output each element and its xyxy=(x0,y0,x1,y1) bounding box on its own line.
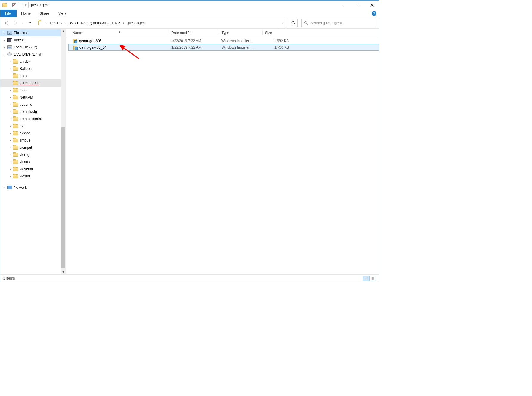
scroll-up-icon[interactable]: ▲ xyxy=(61,29,66,33)
tree-item-label: qxl xyxy=(20,124,24,128)
tree-item-i386[interactable]: ›i386 xyxy=(0,87,66,94)
expand-icon[interactable]: ⌄ xyxy=(3,53,6,56)
tree-item-qemufwcfg[interactable]: ›qemufwcfg xyxy=(0,108,66,115)
tree-item-label: Network xyxy=(14,185,27,190)
folder-icon xyxy=(13,138,18,143)
tree-item-local-disk-c-[interactable]: ›Local Disk (C:) xyxy=(0,44,66,51)
scroll-thumb[interactable] xyxy=(61,127,65,268)
address-bar[interactable]: › This PC › DVD Drive (E:) virtio-win-0.… xyxy=(37,19,286,27)
file-size: 1,982 KB xyxy=(262,39,291,43)
file-row[interactable]: qemu-ga-x86_641/22/2019 7:22 AMWindows I… xyxy=(68,44,379,51)
tree-item-dvd-drive-e-vi[interactable]: ⌄DVD Drive (E:) vi xyxy=(0,51,66,58)
close-button[interactable] xyxy=(365,1,379,10)
expand-icon[interactable]: › xyxy=(9,89,12,92)
tree-item-viostor[interactable]: ›viostor xyxy=(0,173,66,180)
picture-icon xyxy=(7,30,12,35)
address-dropdown-button[interactable]: ⌄ xyxy=(279,19,286,27)
qat-properties-icon[interactable] xyxy=(11,2,17,8)
tree-item-balloon[interactable]: ›Balloon xyxy=(0,65,66,72)
tree-item-qxl[interactable]: ›qxl xyxy=(0,122,66,130)
chevron-right-icon[interactable]: › xyxy=(122,21,125,24)
expand-icon[interactable]: › xyxy=(3,39,6,42)
tree-scrollbar[interactable]: ▲ ▼ xyxy=(61,29,66,274)
chevron-right-icon[interactable]: › xyxy=(45,21,47,24)
installer-icon xyxy=(73,39,77,43)
tab-share[interactable]: Share xyxy=(35,10,54,17)
expand-icon[interactable]: › xyxy=(9,168,12,171)
tree-item-vioserial[interactable]: ›vioserial xyxy=(0,165,66,173)
separator xyxy=(10,2,10,8)
tree-item-data[interactable]: data xyxy=(0,72,66,79)
expand-icon[interactable]: › xyxy=(9,160,12,164)
window-title: guest-agent xyxy=(30,3,49,7)
ribbon-collapse-icon[interactable]: ⌄ xyxy=(368,12,370,15)
navigation-bar: ⌄ › This PC › DVD Drive (E:) virtio-win-… xyxy=(0,17,379,29)
tab-view[interactable]: View xyxy=(54,10,70,17)
icons-view-button[interactable]: ▦ xyxy=(369,276,376,281)
tree-item-amd64[interactable]: ›amd64 xyxy=(0,58,66,65)
tree-item-pictures[interactable]: ›Pictures xyxy=(0,29,66,36)
chevron-right-icon[interactable]: › xyxy=(64,21,67,24)
tree-item-smbus[interactable]: ›smbus xyxy=(0,137,66,144)
file-list: Name▲ Date modified Type Size qemu-ga-i3… xyxy=(66,29,379,274)
expand-icon[interactable]: › xyxy=(9,175,12,178)
crumb-this-pc[interactable]: This PC xyxy=(48,21,63,25)
expand-icon[interactable]: › xyxy=(9,153,12,156)
tab-home[interactable]: Home xyxy=(17,10,35,17)
column-size[interactable]: Size xyxy=(262,31,291,35)
expand-icon[interactable]: › xyxy=(9,132,12,135)
expand-icon[interactable]: › xyxy=(9,146,12,149)
crumb-guest-agent[interactable]: guest-agent xyxy=(126,21,147,25)
tree-item-viorng[interactable]: ›viorng xyxy=(0,151,66,158)
tree-item-network[interactable]: ›Network xyxy=(0,184,66,191)
maximize-button[interactable] xyxy=(351,1,365,10)
column-name[interactable]: Name▲ xyxy=(70,31,169,35)
file-name: qemu-ga-x86_64 xyxy=(79,45,107,50)
tree-item-label: Pictures xyxy=(14,31,27,35)
file-row[interactable]: qemu-ga-i3861/22/2019 7:22 AMWindows Ins… xyxy=(68,38,379,44)
expand-icon[interactable]: › xyxy=(9,60,12,63)
tree-item-videos[interactable]: ›Videos xyxy=(0,36,66,44)
tree-item-vioinput[interactable]: ›vioinput xyxy=(0,144,66,151)
expand-icon[interactable]: › xyxy=(9,103,12,106)
tree-item-netkvm[interactable]: ›NetKVM xyxy=(0,94,66,101)
scroll-down-icon[interactable]: ▼ xyxy=(61,270,66,274)
tree-item-label: pvpanic xyxy=(20,102,32,107)
expand-icon[interactable]: › xyxy=(9,139,12,142)
column-type[interactable]: Type xyxy=(219,31,262,35)
tree-item-qxldod[interactable]: ›qxldod xyxy=(0,130,66,137)
tree-item-guest-agent[interactable]: guest-agent xyxy=(0,79,66,87)
crumb-dvd-drive[interactable]: DVD Drive (E:) virtio-win-0.1.185 xyxy=(67,21,122,25)
expand-icon[interactable]: › xyxy=(3,186,6,189)
tree-item-pvpanic[interactable]: ›pvpanic xyxy=(0,101,66,108)
tree-item-label: vioscsi xyxy=(20,160,30,164)
tree-item-qemupciserial[interactable]: ›qemupciserial xyxy=(0,115,66,122)
details-view-button[interactable]: ☰ xyxy=(363,276,369,281)
expand-icon[interactable]: › xyxy=(9,117,12,121)
expand-icon[interactable]: › xyxy=(9,125,12,128)
search-input[interactable]: Search guest-agent xyxy=(301,19,376,27)
expand-icon[interactable]: › xyxy=(9,96,12,99)
tree-item-vioscsi[interactable]: ›vioscsi xyxy=(0,158,66,165)
tree-item-label: Local Disk (C:) xyxy=(14,45,37,49)
qat-dropdown-icon[interactable]: ▾ xyxy=(24,4,27,7)
expand-icon[interactable]: › xyxy=(9,67,12,70)
help-icon[interactable]: ? xyxy=(372,11,376,16)
expand-icon[interactable]: › xyxy=(3,31,6,35)
expand-icon[interactable]: › xyxy=(3,46,6,49)
folder-icon xyxy=(13,59,18,64)
up-button[interactable] xyxy=(26,19,34,27)
qat-newfolder-icon[interactable] xyxy=(18,2,23,8)
minimize-button[interactable] xyxy=(338,1,351,10)
recent-locations-button[interactable]: ⌄ xyxy=(21,19,25,27)
file-tab[interactable]: File xyxy=(0,10,17,17)
expand-icon[interactable]: › xyxy=(9,110,12,113)
folder-icon xyxy=(13,116,18,121)
folder-icon xyxy=(13,102,18,107)
column-date[interactable]: Date modified xyxy=(169,31,219,35)
forward-button[interactable] xyxy=(12,19,19,27)
file-name: qemu-ga-i386 xyxy=(79,39,101,43)
svg-rect-1 xyxy=(357,4,360,7)
back-button[interactable] xyxy=(3,19,10,27)
refresh-button[interactable] xyxy=(289,19,298,27)
